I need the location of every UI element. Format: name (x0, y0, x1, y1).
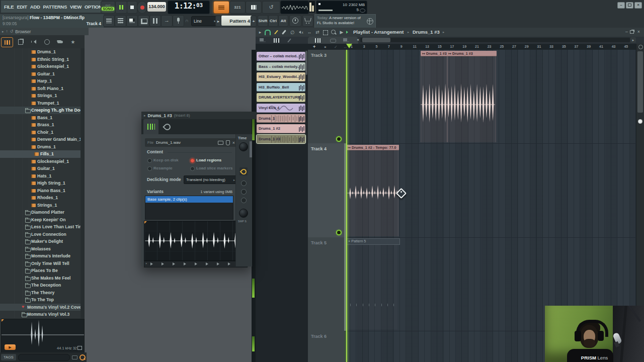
tab-audio-samples[interactable] (1, 37, 13, 47)
tab-sounds[interactable] (28, 37, 39, 46)
tab-audio-icon[interactable] (315, 38, 321, 43)
open-file-icon[interactable] (218, 141, 223, 145)
browser-item[interactable]: Creeping Th..gh The Door (0, 107, 80, 114)
track-name[interactable]: Track 3 (311, 53, 327, 58)
browser-item[interactable]: Drums_1 (0, 143, 80, 151)
pattern-block[interactable]: HI3_Buffalo_Bell (257, 83, 305, 92)
paint-tool-icon[interactable] (282, 30, 286, 35)
folder-icon[interactable] (72, 355, 77, 359)
browser-item[interactable]: Momma's Interlude (0, 252, 80, 260)
picker-scrollbar-handle[interactable] (305, 51, 307, 75)
browser-item[interactable]: Rhodes_1 (0, 194, 80, 202)
snap-selector[interactable]: Line ▸ (191, 16, 218, 26)
menu-view[interactable]: VIEW (70, 4, 82, 10)
clear-file-icon[interactable]: × (232, 141, 235, 145)
oscilloscope[interactable] (280, 1, 309, 14)
dialog-menu-icon[interactable]: ▸ (144, 114, 146, 118)
dialog-titlebar[interactable]: ▸ Drums_1 #3 (Insert 8) (141, 112, 257, 119)
pattern-selector[interactable]: Pattern 4 (221, 16, 255, 26)
pattern-block[interactable]: HI3_Estuary_Woodbl.. (257, 72, 305, 81)
pattern-block[interactable]: Vinyl kick 4 (257, 104, 305, 113)
resample-radio[interactable] (147, 166, 152, 171)
pattern-block[interactable]: Drums_1 #3 (257, 135, 305, 144)
typing-keyboard-button[interactable] (213, 1, 229, 14)
restore-button[interactable] (626, 2, 633, 9)
delete-icon[interactable]: × (324, 45, 327, 49)
event-editor-button[interactable] (138, 15, 149, 27)
browser-item[interactable]: Piano Bass_1 (0, 187, 80, 195)
collapse-icon[interactable]: ▸ (2, 30, 4, 34)
browser-item[interactable]: The Deception (0, 282, 80, 289)
preview-waveform-panel[interactable]: ▶ 44.1 kHz 32 (1, 319, 85, 353)
declicking-mode-select[interactable]: Transient (no bleeding) ▸ (184, 175, 237, 184)
tab-sample[interactable] (143, 119, 158, 134)
vscroll-knob[interactable] (638, 119, 642, 124)
menu-file[interactable]: FILE (4, 4, 14, 10)
browser-item[interactable]: Love Connection (0, 231, 80, 238)
slide-tool-icon[interactable]: ⇄ (314, 30, 321, 35)
menu-add[interactable]: ADD (30, 4, 40, 10)
playlist-titlebar[interactable]: ▸ ∅ x ↔ ⇄ ▶ Playlist - Arrangement ▸ Dru… (256, 28, 644, 37)
track-name[interactable]: Track 5 (311, 240, 327, 245)
audio-clip-header[interactable]: ↦ Drums_1 #3 (421, 51, 448, 56)
check-icon[interactable]: ✓ (334, 45, 338, 49)
tab-cloud[interactable] (54, 37, 65, 46)
delete-tool-icon[interactable]: ∅ (289, 30, 296, 35)
menu-edit[interactable]: EDIT (17, 4, 27, 10)
pattern-prev-button[interactable]: ▸ (215, 16, 221, 27)
horizontal-scrollbar-handle[interactable] (362, 38, 390, 42)
recording-mic-button[interactable] (173, 15, 184, 27)
browser-scrollbar[interactable] (80, 48, 85, 318)
bpm-display[interactable]: 134.000 (147, 2, 166, 12)
browser-item[interactable]: Diamond Platter (0, 209, 80, 216)
pattern-clip-header[interactable]: × Pattern 5 (346, 238, 400, 245)
horizontal-scrollbar[interactable] (360, 38, 630, 42)
browser-item[interactable]: Denver Grand Main_1 (0, 136, 80, 143)
playlist-toggle-button[interactable] (103, 15, 115, 27)
track-header[interactable]: Track 6 (308, 331, 344, 362)
browser-item[interactable]: Strings_1 (0, 92, 80, 100)
sample-waveform-view[interactable] (144, 221, 248, 261)
keep-flag-icon[interactable] (226, 140, 230, 145)
browser-item[interactable]: Hats_1 (0, 172, 80, 180)
countdown-button[interactable]: 321 (229, 1, 246, 14)
browser-item[interactable]: She Makes Me Feel (0, 275, 80, 282)
tab-settings[interactable] (159, 119, 175, 134)
browser-item[interactable]: Fills_1 (0, 150, 80, 158)
search-icon[interactable] (79, 354, 86, 360)
minimize-button[interactable]: – (617, 2, 625, 9)
playlist-close-button[interactable]: × (637, 29, 640, 34)
add-marker-icon[interactable]: + (313, 44, 315, 49)
playlist-menu-icon[interactable]: ▸ (257, 30, 264, 35)
playback-tool-icon[interactable]: ▶ (338, 30, 345, 35)
browser-item[interactable]: Strings_1 (0, 202, 80, 209)
playlist-restore-button[interactable] (630, 30, 634, 34)
shop-button[interactable] (302, 15, 313, 27)
track-arm-indicator[interactable] (336, 230, 342, 235)
hscroll-right-button[interactable]: ▸ (630, 37, 636, 43)
browser-item[interactable]: Guitar_1 (0, 165, 80, 172)
browser-item[interactable]: Glockenspiel_1 (0, 63, 80, 70)
track-header[interactable]: Track 3 (308, 50, 344, 144)
browser-item[interactable]: Ethnic String_1 (0, 56, 80, 63)
browser-item[interactable]: Momma's Vinyl Vol.3 (0, 311, 80, 318)
time-display[interactable]: 1:12:03 (168, 1, 210, 14)
option-radio-1[interactable] (241, 180, 247, 186)
load-slice-markers-radio[interactable] (190, 166, 195, 171)
track-header-selected[interactable]: Track 4 (308, 143, 344, 238)
mixer-toggle-button[interactable] (149, 15, 161, 27)
multilink-button[interactable]: ↺ (262, 1, 280, 14)
up-icon[interactable]: ↑ (6, 29, 8, 34)
browser-item[interactable]: Choir_1 (0, 129, 80, 136)
close-button[interactable]: × (634, 2, 642, 9)
browser-item[interactable]: The Theory (0, 289, 80, 297)
pattern-add-button[interactable]: + (251, 16, 257, 27)
pattern-block[interactable]: Other – collab melod.. (257, 52, 305, 61)
browser-item[interactable]: Guitar_1 (0, 70, 80, 78)
select-tool-icon[interactable] (323, 30, 328, 35)
tags-search-input[interactable] (18, 354, 70, 361)
browser-toggle-button[interactable]: → (161, 15, 173, 27)
smp-start-knob[interactable] (239, 209, 248, 218)
track-header[interactable]: Track 5 (308, 237, 344, 331)
audio-clip-header[interactable]: ↦ Drums_1 #3 (447, 51, 497, 56)
